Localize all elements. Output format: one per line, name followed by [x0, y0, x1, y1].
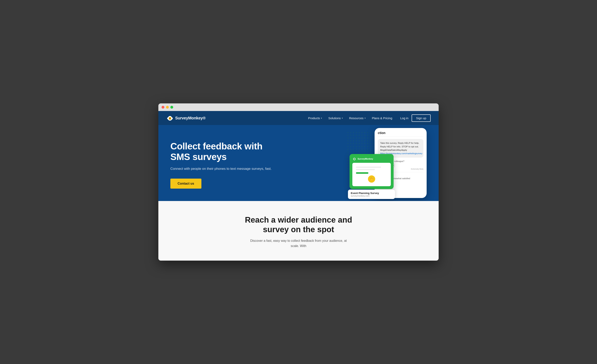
nav-auth: Log in Sign up — [400, 114, 431, 122]
green-card-logo-icon — [352, 157, 356, 161]
hero-section: Collect feedback with SMS surveys Connec… — [158, 125, 439, 201]
contact-us-button[interactable]: Contact us — [170, 179, 201, 189]
hero-visual: ction Take this survey. Reply HELP for h… — [303, 125, 439, 201]
mini-survey: 👋 — [354, 165, 389, 184]
svg-point-7 — [169, 116, 169, 117]
phone-header-text: ction — [378, 131, 424, 136]
signup-button[interactable]: Sign up — [412, 114, 431, 122]
navigation: SurveyMonkey® Products ▾ Solutions ▾ Res… — [158, 111, 439, 125]
nav-products[interactable]: Products ▾ — [308, 116, 322, 120]
hero-content: Collect feedback with SMS surveys Connec… — [170, 137, 275, 188]
chevron-down-icon: ▾ — [321, 117, 322, 119]
green-card: SurveyMonkey 👋 — [350, 154, 393, 189]
section-subtitle: Discover a fast, easy way to collect fee… — [248, 238, 349, 248]
hero-subtitle: Connect with people on their phones to t… — [170, 166, 275, 171]
logo-text: SurveyMonkey® — [175, 116, 206, 120]
svg-point-6 — [170, 118, 171, 118]
chevron-down-icon: ▾ — [365, 117, 366, 119]
svg-point-8 — [171, 116, 171, 117]
nav-resources[interactable]: Resources ▾ — [349, 116, 366, 120]
second-section: Reach a wider audience and survey on the… — [158, 201, 439, 260]
survey-url: surveymonkey.com — [351, 195, 392, 197]
sms-text: Take this survey. Reply HELP for help. R… — [380, 142, 419, 151]
browser-window: SurveyMonkey® Products ▾ Solutions ▾ Res… — [158, 103, 439, 260]
svg-point-5 — [169, 118, 170, 118]
green-card-content: 👋 — [352, 163, 391, 186]
logo-icon — [166, 114, 173, 121]
svg-point-10 — [354, 158, 355, 160]
chevron-down-icon: ▾ — [342, 117, 343, 119]
minimize-button[interactable] — [166, 106, 169, 109]
maximize-button[interactable] — [170, 106, 173, 109]
svg-point-12 — [354, 159, 355, 159]
nav-pricing[interactable]: Plans & Pricing — [372, 116, 393, 120]
login-button[interactable]: Log in — [400, 116, 408, 120]
nav-links: Products ▾ Solutions ▾ Resources ▾ Plans… — [308, 116, 392, 120]
logo[interactable]: SurveyMonkey® — [166, 114, 206, 121]
close-button[interactable] — [162, 106, 164, 109]
browser-chrome — [158, 103, 439, 111]
survey-title: Event Planning Survey — [351, 192, 392, 195]
svg-point-11 — [354, 159, 354, 159]
nav-solutions[interactable]: Solutions ▾ — [328, 116, 343, 120]
green-card-header: SurveyMonkey — [352, 157, 391, 161]
section-title: Reach a wider audience and survey on the… — [238, 215, 359, 234]
green-card-logo-text: SurveyMonkey — [358, 158, 373, 160]
survey-info-card: Event Planning Survey surveymonkey.com — [348, 190, 395, 199]
hero-title: Collect feedback with SMS surveys — [170, 141, 275, 162]
